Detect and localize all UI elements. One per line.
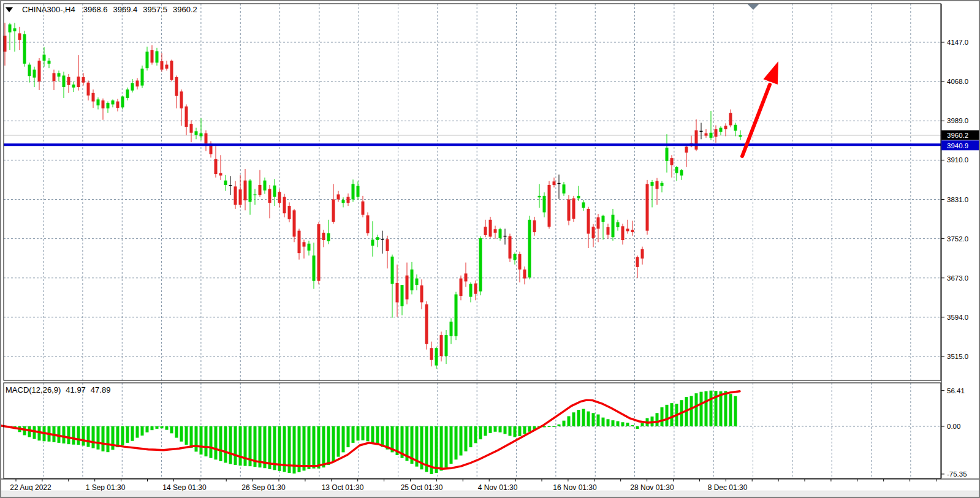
- macd-bar: [479, 426, 482, 439]
- macd-bar: [116, 426, 120, 447]
- price-axis-label: 4068.0: [947, 78, 968, 85]
- macd-bar: [553, 426, 556, 427]
- candle-bull: [146, 51, 149, 68]
- macd-bar: [63, 426, 66, 443]
- quote-open: 3968.6: [83, 5, 108, 14]
- macd-bar: [523, 426, 526, 434]
- price-axis: 4147.04068.03989.03910.03831.03752.03673…: [941, 1, 980, 479]
- macd-bar: [72, 426, 75, 445]
- candle-bull: [577, 196, 580, 198]
- candle-bear: [215, 159, 218, 174]
- candle-bull: [107, 103, 110, 108]
- candle-bull: [264, 181, 267, 191]
- down-triangle-icon[interactable]: [6, 7, 13, 12]
- candle-bear: [268, 189, 272, 203]
- candle-bear: [234, 186, 237, 205]
- macd-bar: [327, 426, 330, 465]
- macd-bar: [156, 426, 159, 429]
- macd-bar: [666, 405, 669, 426]
- macd-bar: [180, 426, 183, 442]
- candle-bull: [327, 233, 330, 241]
- hline-price-tag: 3940.9: [941, 140, 980, 150]
- candle-bear: [406, 276, 409, 300]
- candle-bull: [72, 85, 75, 88]
- candle-bear: [38, 61, 41, 81]
- candle-bear: [646, 184, 649, 230]
- candle-bear: [102, 100, 105, 108]
- macd-bar: [568, 416, 571, 426]
- macd-bar: [381, 426, 384, 447]
- candle-bear: [572, 198, 575, 219]
- macd-bar: [165, 426, 169, 430]
- candle-bull: [43, 55, 46, 61]
- macd-axis-label: -75.35: [947, 470, 967, 478]
- macd-bar: [612, 420, 615, 426]
- candle-bear: [367, 215, 370, 233]
- candle-bear: [298, 231, 301, 254]
- macd-bar: [440, 426, 443, 470]
- candle-bull: [479, 238, 482, 292]
- candle-bull: [450, 322, 453, 336]
- macd-bar: [244, 426, 247, 466]
- candle-bear: [523, 270, 526, 279]
- price-axis-label: 3831.0: [947, 196, 968, 203]
- candle-bull: [97, 99, 100, 105]
- macd-bar: [572, 412, 575, 426]
- macd-bar: [161, 426, 164, 428]
- candle-bear: [283, 197, 286, 213]
- macd-bar: [602, 418, 605, 426]
- candle-bear: [180, 91, 183, 108]
- candle-bear: [715, 129, 718, 137]
- macd-bar: [77, 426, 80, 445]
- candle-bear: [303, 242, 306, 246]
- candle-bull: [666, 148, 669, 161]
- macd-bar: [185, 426, 188, 445]
- candle-bear: [626, 228, 629, 231]
- svg-text:3960.2: 3960.2: [947, 132, 968, 139]
- macd-bar: [724, 391, 727, 426]
- macd-bar: [460, 426, 463, 456]
- candle-bull: [538, 196, 541, 197]
- macd-bar: [121, 426, 124, 445]
- quote-high: 3969.4: [113, 5, 137, 14]
- candle-bull: [48, 61, 51, 64]
- macd-bar: [670, 403, 674, 426]
- candle-bear: [165, 65, 169, 69]
- candle-bear: [151, 50, 154, 62]
- candle-bear: [293, 210, 296, 236]
- candle-bull: [273, 186, 276, 197]
- candle-bear: [87, 83, 90, 96]
- candle-bull: [254, 194, 257, 195]
- candle-bull: [200, 134, 203, 137]
- macd-bar: [362, 426, 365, 440]
- macd-value: 41.97: [66, 385, 86, 394]
- macd-bar: [317, 426, 321, 469]
- price-axis-label: 3752.0: [947, 235, 968, 243]
- candle-bull: [528, 220, 531, 277]
- macd-bar: [445, 426, 448, 467]
- candle-bear: [597, 217, 600, 229]
- candle-bear: [396, 283, 399, 303]
- price-axis-label: 3594.0: [947, 314, 968, 321]
- macd-bar: [337, 426, 340, 457]
- candle-bear: [322, 233, 325, 240]
- candle-bull: [141, 69, 144, 86]
- macd-bar: [170, 426, 173, 433]
- macd-bar: [87, 426, 90, 447]
- macd-bar: [474, 426, 477, 443]
- macd-bar: [729, 394, 732, 426]
- candle-bear: [259, 185, 262, 195]
- macd-bar: [357, 426, 360, 440]
- macd-bar: [514, 426, 517, 437]
- candle-bear: [53, 73, 56, 81]
- candle-bear: [705, 134, 708, 136]
- macd-bar: [636, 426, 639, 429]
- chart-canvas[interactable]: 4147.04068.03989.03910.03831.03752.03673…: [1, 1, 980, 498]
- candle-bull: [411, 270, 414, 290]
- candle-bear: [116, 102, 120, 108]
- macd-axis-label: 56.41: [947, 387, 965, 394]
- candle-bull: [9, 25, 12, 32]
- price-axis-label: 4147.0: [947, 39, 968, 46]
- candle-bull: [445, 335, 448, 356]
- symbol-name: CHINA300-,H4: [22, 5, 75, 14]
